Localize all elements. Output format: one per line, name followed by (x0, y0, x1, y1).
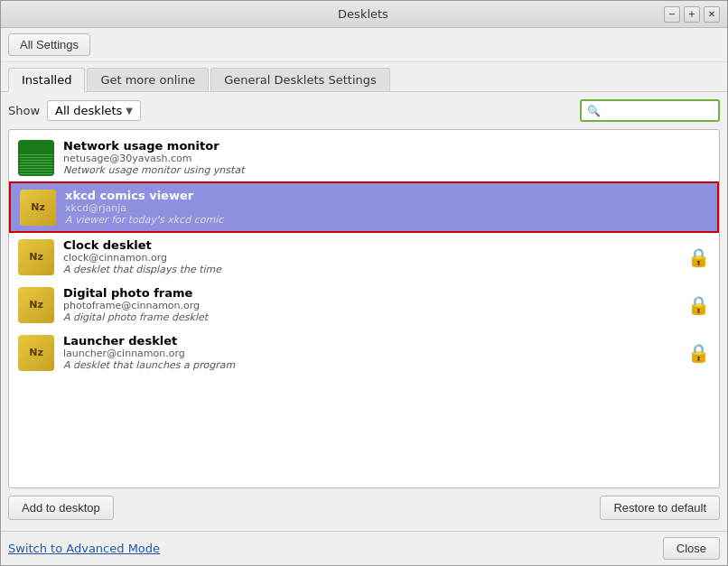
minimize-button[interactable]: − (664, 6, 680, 23)
lock-icon: 🔒 (687, 294, 710, 316)
list-item[interactable]: Nz Launcher desklet launcher@cinnamon.or… (9, 329, 719, 376)
filter-row: Show All desklets ▼ 🔍 (8, 99, 720, 122)
list-item[interactable]: Nz xkcd comics viewer xkcd@rjanja A view… (9, 181, 719, 233)
dropdown-arrow-icon: ▼ (126, 106, 133, 116)
desklet-description: A viewer for today's xkcd comic (65, 214, 708, 226)
list-item[interactable]: Nz Digital photo frame photoframe@cinnam… (9, 281, 719, 329)
close-button[interactable]: Close (663, 537, 720, 560)
desklet-author: photoframe@cinnamon.org (63, 300, 678, 311)
lock-icon: 🔒 (687, 246, 710, 268)
add-to-desktop-button[interactable]: Add to desktop (8, 496, 114, 520)
tab-general-settings[interactable]: General Desklets Settings (210, 68, 390, 91)
desklet-author: xkcd@rjanja (65, 202, 708, 214)
desklet-info: Launcher desklet launcher@cinnamon.org A… (63, 334, 678, 371)
status-bar: Switch to Advanced Mode Close (1, 531, 727, 565)
desklet-name: Digital photo frame (63, 286, 678, 300)
maximize-button[interactable]: + (684, 6, 700, 23)
close-window-button[interactable]: ✕ (704, 6, 720, 23)
desklet-icon-xkcd: Nz (20, 190, 56, 226)
desklet-info: Digital photo frame photoframe@cinnamon.… (63, 286, 678, 323)
desklet-name: Network usage monitor (63, 139, 710, 153)
search-input[interactable] (604, 104, 713, 117)
search-box: 🔍 (580, 99, 720, 122)
desklet-author: clock@cinnamon.org (63, 252, 678, 264)
advanced-mode-link[interactable]: Switch to Advanced Mode (8, 542, 160, 555)
desklet-info: Clock desklet clock@cinnamon.org A deskl… (63, 238, 678, 275)
desklet-icon-clock: Nz (18, 239, 54, 275)
desklet-author: launcher@cinnamon.org (63, 348, 678, 359)
desklet-name: xkcd comics viewer (65, 189, 708, 202)
desklet-description: Network usage monitor using ynstat (63, 164, 710, 176)
desklet-icon-launcher: Nz (18, 335, 54, 371)
all-settings-button[interactable]: All Settings (8, 33, 90, 56)
desklet-info: xkcd comics viewer xkcd@rjanja A viewer … (65, 189, 708, 226)
desklet-name: Clock desklet (63, 238, 678, 252)
tab-bar: Installed Get more online General Deskle… (1, 62, 727, 92)
desklet-info: Network usage monitor netusage@30yavash.… (63, 139, 710, 176)
search-icon: 🔍 (587, 105, 601, 117)
main-window: Desklets − + ✕ All Settings Installed Ge… (0, 0, 728, 566)
toolbar: All Settings (1, 28, 727, 62)
titlebar: Desklets − + ✕ (1, 1, 727, 28)
desklets-dropdown[interactable]: All desklets ▼ (47, 100, 141, 121)
lock-icon: 🔒 (687, 342, 710, 364)
bottom-bar: Add to desktop Restore to default (8, 488, 720, 524)
content-area: Show All desklets ▼ 🔍 Network usage moni… (1, 92, 727, 531)
restore-to-default-button[interactable]: Restore to default (600, 496, 720, 520)
desklet-description: A desklet that launches a program (63, 359, 678, 371)
desklet-description: A digital photo frame desklet (63, 311, 678, 323)
desklet-author: netusage@30yavash.com (63, 153, 710, 164)
desklet-icon-photo: Nz (18, 287, 54, 323)
tab-installed[interactable]: Installed (8, 68, 85, 92)
show-label: Show (8, 104, 40, 117)
desklet-icon-network (18, 140, 54, 176)
desklet-name: Launcher desklet (63, 334, 678, 348)
window-controls: − + ✕ (664, 6, 720, 23)
window-title: Desklets (62, 7, 664, 21)
desklet-list: Network usage monitor netusage@30yavash.… (8, 129, 720, 488)
list-item[interactable]: Network usage monitor netusage@30yavash.… (9, 134, 719, 181)
tab-get-more-online[interactable]: Get more online (87, 68, 209, 91)
list-item[interactable]: Nz Clock desklet clock@cinnamon.org A de… (9, 233, 719, 281)
desklet-description: A desklet that displays the time (63, 264, 678, 275)
